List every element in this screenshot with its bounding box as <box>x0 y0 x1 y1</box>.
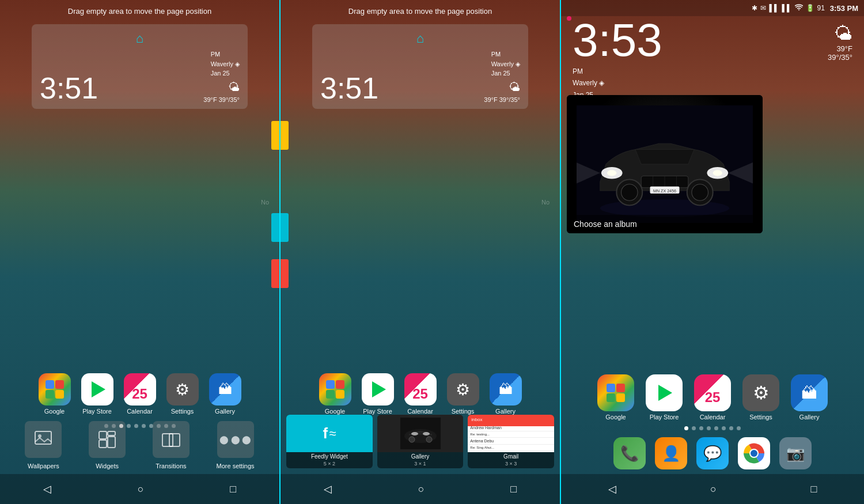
svg-rect-2 <box>99 431 107 439</box>
messages-tray[interactable]: 💬 <box>696 437 729 469</box>
svg-rect-5 <box>99 440 107 448</box>
transitions-opt[interactable]: Transitions <box>153 421 190 469</box>
svg-rect-7 <box>169 434 180 446</box>
dot-r4[interactable] <box>714 426 718 430</box>
recent-btn-mid[interactable]: □ <box>510 483 517 495</box>
app-calendar-right[interactable]: 25 Calendar <box>694 374 731 420</box>
app-calendar-mid[interactable]: 25 Calendar <box>404 373 437 415</box>
svg-point-32 <box>751 450 757 457</box>
gallery-icon-mid[interactable]: 🏔 <box>490 373 522 406</box>
gg3 <box>46 390 54 399</box>
home-btn-left[interactable]: ○ <box>138 483 144 495</box>
chrome-svg <box>744 443 764 464</box>
settings-icon-right[interactable]: ⚙ <box>742 374 779 411</box>
weather-temp-mid: 39°F 39°/35° <box>484 96 520 103</box>
settings-icon-mid[interactable]: ⚙ <box>447 373 479 406</box>
gmail-header: inbox <box>468 415 554 425</box>
back-btn-right[interactable]: ◁ <box>608 483 616 495</box>
google-icon-right[interactable] <box>597 374 634 411</box>
app-gallery-mid[interactable]: 🏔 Gallery <box>490 373 522 415</box>
dot-r6[interactable] <box>729 426 733 430</box>
right-weather-temp: 39°F <box>828 44 852 53</box>
app-google-mid[interactable]: Google <box>319 373 351 415</box>
photo-widget-label[interactable]: Choose an album <box>567 215 763 233</box>
app-settings-right[interactable]: ⚙ Settings <box>742 374 779 420</box>
weather-icon-mid: 🌤 <box>509 81 520 94</box>
car-svg: MN ZX 2456 <box>577 102 753 226</box>
widgets-label: Widgets <box>96 463 119 469</box>
app-settings-left[interactable]: ⚙ Settings <box>166 373 199 415</box>
time-mid: 3:51 <box>320 73 378 103</box>
gallery-icon-right[interactable]: 🏔 <box>791 374 828 411</box>
playstore-icon-mid[interactable] <box>362 373 394 406</box>
calendar-label-mid: Calendar <box>407 408 433 415</box>
back-btn-mid[interactable]: ◁ <box>324 483 332 495</box>
camera-tray[interactable]: 📷 <box>779 437 812 469</box>
app-playstore-left[interactable]: Play Store <box>81 373 113 415</box>
app-settings-mid[interactable]: ⚙ Settings <box>447 373 479 415</box>
app-gallery-right[interactable]: 🏔 Gallery <box>791 374 828 420</box>
settings-icon-left[interactable]: ⚙ <box>166 373 199 406</box>
app-gallery-left[interactable]: 🏔 Gallery <box>209 373 241 415</box>
right-panel: ✱ ✉ ▌▌ ▌▌ 🔋 91 3:53 PM 3:53 PM Waverly ◈… <box>561 0 864 504</box>
side-peek-teal <box>271 213 279 242</box>
home-btn-mid[interactable]: ○ <box>418 483 425 495</box>
contacts-tray[interactable]: 👤 <box>655 437 687 469</box>
gg3m <box>326 390 335 399</box>
gmail-row2: Re: testing... <box>468 431 554 438</box>
widgets-opt[interactable]: Widgets <box>89 421 126 469</box>
transitions-icon[interactable] <box>153 421 190 458</box>
settings-label-right: Settings <box>749 414 772 420</box>
dot-r0[interactable] <box>684 426 688 430</box>
gallery-icon-left[interactable]: 🏔 <box>209 373 241 406</box>
wallpapers-label: Wallpapers <box>28 463 59 469</box>
gallery-wt-label: Gallery <box>377 452 464 461</box>
home-btn-right[interactable]: ○ <box>710 483 717 495</box>
dot-r7[interactable] <box>737 426 741 430</box>
more-settings-icon[interactable]: ⬤ ⬤ ⬤ <box>217 421 254 458</box>
cal-num-left: 25 <box>132 386 147 402</box>
app-calendar-left[interactable]: 25 Calendar <box>124 373 156 415</box>
side-peek-teal-mid <box>281 213 289 242</box>
svg-point-12 <box>411 432 418 435</box>
widgets-icon[interactable] <box>89 421 126 458</box>
dot-r1[interactable] <box>692 426 696 430</box>
app-playstore-mid[interactable]: Play Store <box>362 373 394 415</box>
gmail-label: Gmail <box>468 452 554 461</box>
app-google-left[interactable]: Google <box>39 373 71 415</box>
wallpapers-icon[interactable] <box>25 421 62 458</box>
gallery-thumb[interactable]: Gallery 3 × 1 <box>377 415 464 468</box>
widgets-svg <box>98 430 116 449</box>
app-playstore-right[interactable]: Play Store <box>646 374 683 420</box>
recent-btn-right[interactable]: □ <box>810 483 817 495</box>
gmail-thumb[interactable]: inbox Andrew Hardman Re: testing... Ante… <box>468 415 554 468</box>
playstore-icon-right[interactable] <box>646 374 683 411</box>
gallery-label-left: Gallery <box>215 408 235 415</box>
gg2 <box>55 380 64 389</box>
app-dock-left: Google Play Store 25 Calendar ⚙ Settings… <box>0 373 279 415</box>
calendar-icon-mid[interactable]: 25 <box>404 373 437 406</box>
wallpapers-opt[interactable]: Wallpapers <box>25 421 62 469</box>
dot-r2[interactable] <box>699 426 703 430</box>
back-btn-left[interactable]: ◁ <box>43 483 51 495</box>
gallery-mountain-right: 🏔 <box>801 384 817 403</box>
more-settings-opt[interactable]: ⬤ ⬤ ⬤ More settings <box>217 421 255 469</box>
dot-r5[interactable] <box>722 426 726 430</box>
svg-point-10 <box>409 437 415 442</box>
playstore-label-left: Play Store <box>82 408 112 415</box>
chrome-tray[interactable] <box>738 437 770 469</box>
svg-point-27 <box>622 184 638 201</box>
photo-widget[interactable]: MN ZX 2456 Choose an album <box>567 95 763 233</box>
phone-tray[interactable]: 📞 <box>613 437 646 469</box>
google-icon-left[interactable] <box>39 373 71 406</box>
google-grid-mid <box>326 380 344 399</box>
calendar-icon-right[interactable]: 25 <box>694 374 731 411</box>
playstore-icon-left[interactable] <box>81 373 113 406</box>
recent-btn-left[interactable]: □ <box>230 483 236 495</box>
google-icon-mid[interactable] <box>319 373 351 406</box>
dot-r3[interactable] <box>707 426 711 430</box>
feedly-thumb[interactable]: f ≈ Feedly Widget 5 × 2 <box>286 415 373 468</box>
calendar-icon-left[interactable]: 25 <box>124 373 156 406</box>
gmail-content: inbox Andrew Hardman Re: testing... Ante… <box>468 415 554 452</box>
app-google-right[interactable]: Google <box>597 374 634 420</box>
